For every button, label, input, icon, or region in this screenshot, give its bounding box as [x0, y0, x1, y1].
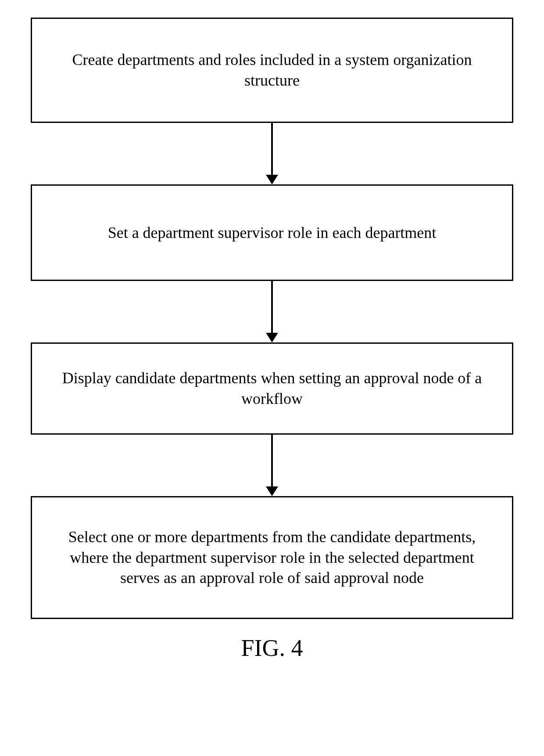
flowchart: Create departments and roles included in… [13, 18, 531, 662]
arrow-icon [266, 123, 278, 184]
flow-step-2: Set a department supervisor role in each… [31, 184, 513, 281]
flow-step-3-label: Display candidate departments when setti… [54, 368, 490, 409]
arrow-icon [266, 281, 278, 342]
flow-step-1-label: Create departments and roles included in… [54, 50, 490, 91]
flow-step-4: Select one or more departments from the … [31, 496, 513, 619]
arrow-icon [266, 435, 278, 496]
flow-step-4-label: Select one or more departments from the … [54, 527, 490, 588]
flow-step-3: Display candidate departments when setti… [31, 342, 513, 435]
flow-step-2-label: Set a department supervisor role in each… [108, 223, 437, 243]
flow-step-1: Create departments and roles included in… [31, 18, 513, 123]
figure-caption: FIG. 4 [241, 634, 303, 662]
